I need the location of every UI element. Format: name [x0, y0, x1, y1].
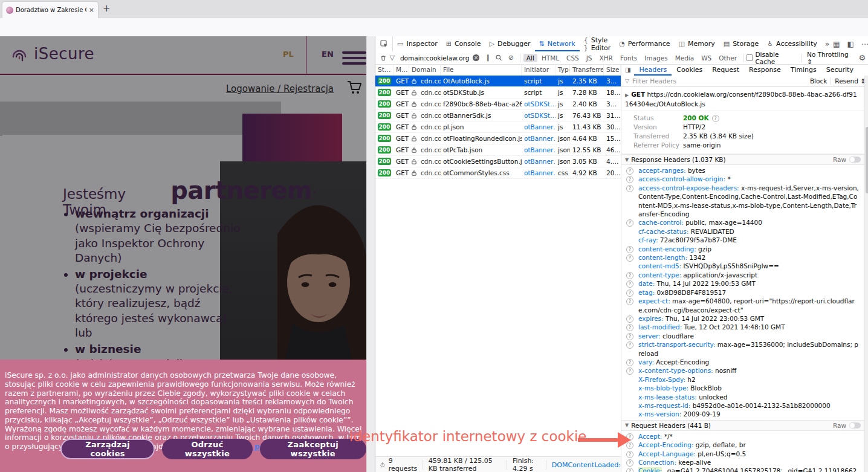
header-row[interactable]: ?content-length: 1342 — [621, 253, 864, 262]
header-row[interactable]: ?access-control-allow-origin: * — [621, 175, 864, 183]
header-info-icon[interactable]: ? — [626, 451, 633, 458]
column-header[interactable]: St… — [375, 64, 394, 76]
collapse-icon[interactable]: ▼ — [625, 422, 629, 428]
network-request-row[interactable]: 200GETcdn.co…f2890bc8-88eb-4bac-a266-df9… — [375, 99, 621, 110]
initiator-cell[interactable]: otBanner… — [522, 158, 555, 165]
network-request-row[interactable]: 200GETcdn.co…otCookieSettingsButton.json… — [375, 156, 621, 167]
header-info-icon[interactable]: ? — [626, 324, 633, 331]
pause-icon[interactable]: ∥ — [487, 54, 490, 62]
detail-tab-request[interactable]: Request — [707, 65, 744, 76]
clear-filter-icon[interactable]: × — [473, 54, 479, 61]
responsive-design-icon[interactable]: ▦ — [833, 40, 840, 48]
filter-pill-fonts[interactable]: Fonts — [617, 54, 640, 62]
devtools-tab-memory[interactable]: ◫Memory — [675, 36, 719, 51]
column-header[interactable]: Size — [604, 64, 621, 76]
header-row[interactable]: ?content-type: application/x-javascript — [621, 271, 864, 279]
throttling-select[interactable]: No Throttling ⇕ — [807, 51, 853, 65]
header-info-icon[interactable]: ? — [626, 280, 633, 288]
resend-button[interactable]: Resend ⇕ — [835, 77, 866, 85]
header-row[interactable]: x-ms-version: 2009-09-19 — [621, 410, 864, 418]
browser-tab[interactable]: Doradztwo w Zakresie Ochrony Dany × — [2, 2, 98, 18]
column-header[interactable]: Domain — [409, 64, 441, 76]
manage-cookies-button[interactable]: Zarządzaj cookies — [60, 439, 155, 459]
header-info-icon[interactable]: ? — [626, 219, 633, 227]
column-header[interactable]: File — [441, 64, 522, 76]
network-request-row[interactable]: 200GETcdn.co…pl.jsonotBanner…js11.43 KB3… — [375, 121, 621, 133]
page-scrollbar[interactable] — [366, 36, 375, 472]
raw-toggle[interactable] — [849, 157, 861, 163]
initiator-cell[interactable]: otBanner… — [522, 123, 555, 131]
new-tab-button[interactable]: + — [103, 3, 111, 14]
detail-tab-timings[interactable]: Timings — [786, 65, 821, 76]
filter-pill-all[interactable]: All — [523, 54, 537, 62]
pick-element-icon[interactable] — [375, 36, 393, 51]
header-row[interactable]: content-md5: lSVHQDp8yLpS5h8SniPgIw== — [621, 262, 864, 270]
column-header[interactable]: Initiator — [522, 64, 555, 76]
header-row[interactable]: x-ms-blob-type: BlockBlob — [621, 384, 864, 392]
reject-all-button[interactable]: Odrzuć wszystkie — [162, 439, 252, 459]
filter-pill-ws[interactable]: WS — [698, 54, 714, 62]
expand-panel-icon[interactable]: ◨ — [621, 66, 634, 73]
info-icon[interactable]: ? — [712, 115, 719, 122]
block-url-button[interactable]: Block — [810, 77, 827, 85]
response-headers-section[interactable]: ▼ Response Headers (1.037 KB) Raw — [621, 154, 864, 165]
network-request-row[interactable]: 200GETcdn.co…OtAutoBlock.jsscriptjs2.35 … — [375, 76, 621, 87]
header-row[interactable]: ?expires: Thu, 14 Jul 2022 23:00:53 GMT — [621, 314, 864, 323]
network-settings-gear-icon[interactable]: ⚙ — [858, 53, 866, 62]
initiator-cell[interactable]: otSDKSt… — [522, 112, 555, 119]
initiator-cell[interactable]: otBanner… — [522, 146, 555, 154]
disable-cache-toggle[interactable]: Disable Cache — [747, 51, 798, 65]
filter-pill-media[interactable]: Media — [672, 54, 698, 62]
devtools-tab-accessibility[interactable]: ♿Accessibility — [763, 36, 821, 51]
header-info-icon[interactable]: ? — [626, 289, 633, 297]
devtools-tab-storage[interactable]: ▤Storage — [719, 36, 763, 51]
scrollbar-thumb[interactable] — [866, 127, 868, 193]
network-request-row[interactable]: 200GETcdn.co…otBannerSdk.jsotSDKSt…js76.… — [375, 110, 621, 121]
filter-pill-css[interactable]: CSS — [563, 54, 582, 62]
header-row[interactable]: ?Connection: keep-alive — [621, 458, 864, 467]
filter-pill-images[interactable]: Images — [641, 54, 670, 62]
header-info-icon[interactable]: ? — [626, 367, 633, 375]
header-row[interactable]: ?etag: 0x8D98D8F4F819517 — [621, 288, 864, 297]
header-info-icon[interactable]: ? — [626, 459, 633, 467]
header-row[interactable]: ?last-modified: Tue, 12 Oct 2021 14:48:1… — [621, 323, 864, 331]
header-row[interactable]: ?date: Thu, 14 Jul 2022 19:00:53 GMT — [621, 279, 864, 288]
header-info-icon[interactable]: ? — [626, 246, 633, 253]
network-request-row[interactable]: 200GETcdn.co…otSDKStub.jsscriptjs7.28 KB… — [375, 87, 621, 99]
initiator-cell[interactable]: otBanner… — [522, 135, 555, 142]
dock-icon[interactable]: ◧ — [847, 40, 853, 48]
header-info-icon[interactable]: ? — [626, 341, 633, 349]
filter-pill-other[interactable]: Other — [716, 54, 740, 62]
devtools-tab-debugger[interactable]: ▷Debugger — [485, 36, 535, 51]
filter-headers-input[interactable]: Filter Headers — [632, 77, 676, 85]
devtools-tab-style-editor[interactable]: { }Style Editor — [580, 36, 615, 51]
detail-tab-cookies[interactable]: Cookies — [672, 65, 707, 76]
column-header[interactable]: M… — [394, 64, 409, 76]
request-url-block[interactable]: ▶GET https://cdn.cookielaw.org/consent/f… — [621, 87, 864, 111]
request-headers-section[interactable]: ▼ Request Headers (441 B) Raw — [621, 420, 864, 431]
header-info-icon[interactable]: ? — [626, 272, 633, 279]
collapse-icon[interactable]: ▼ — [625, 157, 629, 163]
close-tab-icon[interactable]: × — [89, 6, 94, 14]
devtools-tab-console[interactable]: ⊞Console — [442, 36, 485, 51]
network-request-row[interactable]: 200GETcdn.co…otCommonStyles.cssotBanner…… — [375, 167, 621, 179]
header-info-icon[interactable]: ? — [626, 176, 633, 183]
header-row[interactable]: ?access-control-expose-headers: x-ms-req… — [621, 184, 864, 219]
header-row[interactable]: ?content-encoding: gzip — [621, 245, 864, 253]
header-row[interactable]: ?x-content-type-options: nosniff — [621, 366, 864, 375]
detail-tab-headers[interactable]: Headers — [634, 65, 672, 76]
devtools-tab-network[interactable]: ⇅Network — [535, 36, 580, 51]
header-row[interactable]: cf-ray: 72ac80f79f5a7b87-DME — [621, 236, 864, 244]
header-info-icon[interactable]: ? — [626, 359, 633, 366]
filter-pill-xhr[interactable]: XHR — [597, 54, 616, 62]
toolbar-overflow-icon[interactable]: » — [821, 40, 833, 48]
header-row[interactable]: cf-cache-status: REVALIDATED — [621, 227, 864, 236]
clear-requests-icon[interactable] — [380, 54, 386, 62]
column-header[interactable]: Transferred — [570, 64, 604, 76]
filter-pill-js[interactable]: JS — [583, 54, 595, 62]
initiator-cell[interactable]: otBanner… — [522, 169, 555, 176]
header-info-icon[interactable]: ? — [626, 315, 633, 323]
header-row[interactable]: ?vary: Accept-Encoding — [621, 358, 864, 366]
network-request-row[interactable]: 200GETcdn.co…otFloatingRoundedIcon.jsono… — [375, 133, 621, 144]
header-info-icon[interactable]: ? — [626, 167, 633, 175]
